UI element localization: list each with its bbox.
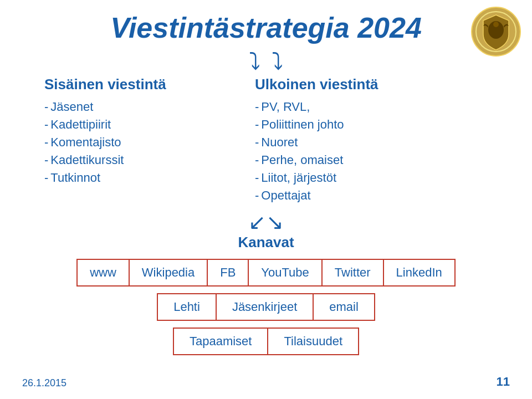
list-item: PV, RVL, [255,100,466,114]
arrow-left-icon: ⤵ [249,50,260,73]
bottom-section: ↙ ↘ Kanavat www Wikipedia FB YouTube Twi… [22,212,510,355]
badge [471,7,521,57]
left-column-list: Jäsenet Kadettipiirit Komentajisto Kadet… [44,100,255,185]
channel-lehti: Lehti [158,294,217,320]
channel-wikipedia: Wikipedia [130,260,208,285]
list-item: Opettajat [255,188,466,203]
channel-tapaamiset: Tapaamiset [174,329,269,354]
page-container: Viestintästrategia 2024 ⤵ ⤵ Sisäinen vie… [0,0,532,399]
columns-section: Sisäinen viestintä Jäsenet Kadettipiirit… [22,76,510,206]
footer-date: 26.1.2015 [22,377,66,389]
list-item: Perhe, omaiset [255,153,466,167]
arrow-bottom-right-icon: ↘ [266,212,284,233]
page-title: Viestintästrategia 2024 [22,11,510,44]
channel-email: email [314,294,374,320]
arrow-right-icon: ⤵ [272,50,283,73]
right-column-list: PV, RVL, Poliittinen johto Nuoret Perhe,… [255,100,466,203]
channels-row-2: Lehti Jäsenkirjeet email [157,293,375,321]
channel-jasenkirjeet: Jäsenkirjeet [217,294,314,320]
channel-twitter: Twitter [323,260,384,285]
right-column-title: Ulkoinen viestintä [255,76,466,93]
list-item: Jäsenet [44,100,255,114]
arrow-bottom-left-icon: ↙ [248,212,266,233]
channels-row-3: Tapaamiset Tilaisuudet [173,328,359,355]
channel-www: www [78,260,130,285]
channels-row-1: www Wikipedia FB YouTube Twitter LinkedI… [76,259,456,287]
channel-fb: FB [208,260,249,285]
kanavat-label: Kanavat [238,234,294,251]
right-column: Ulkoinen viestintä PV, RVL, Poliittinen … [255,76,466,206]
list-item: Liitot, järjestöt [255,171,466,185]
footer-page: 11 [497,375,510,389]
arrows-bottom: ↙ ↘ [248,212,284,233]
channel-youtube: YouTube [249,260,322,285]
channel-linkedin: LinkedIn [384,260,454,285]
list-item: Tutkinnot [44,171,255,185]
arrows-top: ⤵ ⤵ [22,50,510,73]
list-item: Poliittinen johto [255,117,466,132]
list-item: Nuoret [255,135,466,150]
channel-tilaisuudet: Tilaisuudet [268,329,358,354]
list-item: Kadettipiirit [44,117,255,132]
left-column: Sisäinen viestintä Jäsenet Kadettipiirit… [44,76,255,206]
list-item: Komentajisto [44,135,255,150]
svg-point-3 [493,22,499,27]
list-item: Kadettikurssit [44,153,255,167]
left-column-title: Sisäinen viestintä [44,76,255,93]
